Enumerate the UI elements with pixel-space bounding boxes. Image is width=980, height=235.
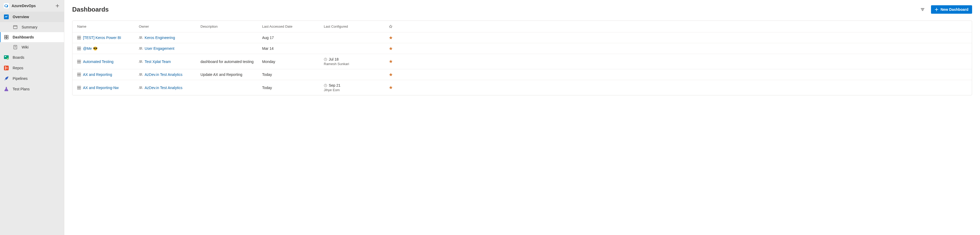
nav-label: Wiki [22, 45, 29, 49]
dashboard-link[interactable]: Automated Testing [83, 60, 113, 64]
nav-wiki[interactable]: Wiki [0, 42, 64, 52]
svg-rect-25 [78, 49, 79, 50]
sidebar: AzureDevOps Overview Summary Dashboards [0, 0, 64, 235]
svg-rect-3 [5, 35, 6, 37]
dashboard-link[interactable]: AX and Reporting [83, 73, 112, 77]
owner-link[interactable]: Test Xplat Team [145, 60, 171, 64]
add-button[interactable] [54, 3, 60, 9]
testplans-icon [4, 86, 9, 92]
summary-icon [13, 24, 18, 30]
clock-icon [324, 84, 327, 87]
cell-last-accessed: Today [262, 86, 324, 90]
svg-rect-32 [79, 62, 81, 63]
team-icon [139, 86, 143, 90]
boards-icon [4, 55, 9, 60]
svg-rect-38 [78, 75, 79, 76]
svg-point-21 [139, 37, 140, 37]
svg-rect-37 [79, 73, 81, 74]
favorite-button[interactable] [385, 86, 396, 90]
table-row[interactable]: AX and Reporting-NwAzDev.in Test Analyti… [72, 80, 972, 95]
nav-label: Boards [13, 55, 24, 60]
page-header: Dashboards New Dashboard [72, 5, 972, 14]
cell-last-configured: Sep 21Jihye Eom [324, 83, 385, 92]
col-last-configured[interactable]: Last Configured [324, 24, 385, 29]
star-icon [389, 25, 393, 29]
svg-rect-4 [6, 35, 8, 37]
nav-testplans[interactable]: Test Plans [0, 84, 64, 94]
svg-point-41 [141, 73, 142, 74]
configured-by: Ramesh Sunkari [324, 62, 385, 66]
nav-boards[interactable]: Boards [0, 52, 64, 63]
svg-rect-29 [78, 60, 79, 61]
wiki-icon [13, 44, 18, 50]
cell-owner: AzDev.in Test Analytics [139, 73, 200, 77]
svg-point-40 [139, 73, 140, 74]
team-icon [139, 60, 143, 64]
svg-rect-19 [78, 38, 79, 39]
owner-link[interactable]: AzDev.in Test Analytics [145, 86, 182, 90]
project-selector[interactable]: AzureDevOps [4, 3, 36, 8]
svg-rect-1 [13, 25, 17, 29]
nav-label: Test Plans [13, 87, 30, 91]
col-description[interactable]: Description [200, 24, 262, 29]
favorite-button[interactable] [385, 47, 396, 51]
table-row[interactable]: AX and ReportingAzDev.in Test AnalyticsU… [72, 69, 972, 80]
cell-description: dashboard for automated testing [200, 60, 262, 64]
cell-last-accessed: Aug 17 [262, 36, 324, 40]
svg-point-33 [139, 60, 140, 61]
cell-name: Automated Testing [77, 60, 139, 64]
nav-label: Summary [22, 25, 37, 29]
svg-rect-31 [78, 62, 79, 63]
svg-rect-42 [78, 86, 79, 87]
svg-rect-39 [79, 75, 81, 76]
svg-rect-45 [79, 88, 81, 89]
dashboards-table: Name Owner Description Last Accessed Dat… [72, 21, 972, 95]
owner-link[interactable]: Keros Engineering [145, 36, 175, 40]
dashboard-icon [77, 86, 81, 90]
dashboard-link[interactable]: [TEST] Keros Power BI [83, 36, 121, 40]
nav-summary[interactable]: Summary [0, 22, 64, 32]
table-header: Name Owner Description Last Accessed Dat… [72, 21, 972, 32]
svg-point-34 [141, 60, 142, 61]
favorite-button[interactable] [385, 36, 396, 40]
dashboard-link[interactable]: @Me 😎 [83, 46, 97, 51]
svg-rect-23 [78, 47, 79, 48]
svg-point-22 [141, 37, 142, 37]
dashboard-link[interactable]: AX and Reporting-Nw [83, 86, 119, 90]
svg-rect-18 [79, 36, 81, 37]
filter-button[interactable] [919, 6, 926, 13]
configured-by: Jihye Eom [324, 88, 385, 92]
owner-link[interactable]: User Engagement [145, 46, 174, 51]
svg-rect-5 [5, 37, 6, 39]
favorite-button[interactable] [385, 60, 396, 64]
nav-dashboards[interactable]: Dashboards [0, 32, 64, 42]
project-icon [4, 3, 9, 8]
cell-last-accessed: Mar 14 [262, 46, 324, 51]
nav-pipelines[interactable]: Pipelines [0, 73, 64, 84]
configured-date: Sep 21 [329, 83, 340, 87]
cell-last-configured: Jul 18Ramesh Sunkari [324, 57, 385, 66]
configured-date: Jul 18 [329, 57, 339, 61]
table-row[interactable]: Automated TestingTest Xplat Teamdashboar… [72, 54, 972, 69]
header-actions: New Dashboard [919, 5, 972, 14]
new-dashboard-button[interactable]: New Dashboard [931, 5, 972, 14]
nav-label: Overview [13, 15, 29, 19]
table-row[interactable]: @Me 😎User EngagementMar 14 [72, 43, 972, 54]
favorite-button[interactable] [385, 73, 396, 77]
clock-icon [324, 58, 327, 61]
nav-repos[interactable]: Repos [0, 63, 64, 73]
cell-last-accessed: Monday [262, 60, 324, 64]
nav: Overview Summary Dashboards Wiki Boards [0, 11, 64, 94]
sidebar-header: AzureDevOps [0, 0, 64, 11]
cell-name: @Me 😎 [77, 46, 139, 51]
new-button-label: New Dashboard [940, 7, 969, 11]
cell-name: AX and Reporting [77, 73, 139, 77]
owner-link[interactable]: AzDev.in Test Analytics [145, 73, 182, 77]
col-owner[interactable]: Owner [139, 24, 200, 29]
svg-rect-11 [5, 56, 6, 57]
cell-owner: User Engagement [139, 46, 200, 51]
col-name[interactable]: Name [77, 24, 139, 29]
nav-overview[interactable]: Overview [0, 11, 64, 22]
col-last-accessed[interactable]: Last Accessed Date [262, 24, 324, 29]
table-row[interactable]: [TEST] Keros Power BIKeros EngineeringAu… [72, 32, 972, 43]
